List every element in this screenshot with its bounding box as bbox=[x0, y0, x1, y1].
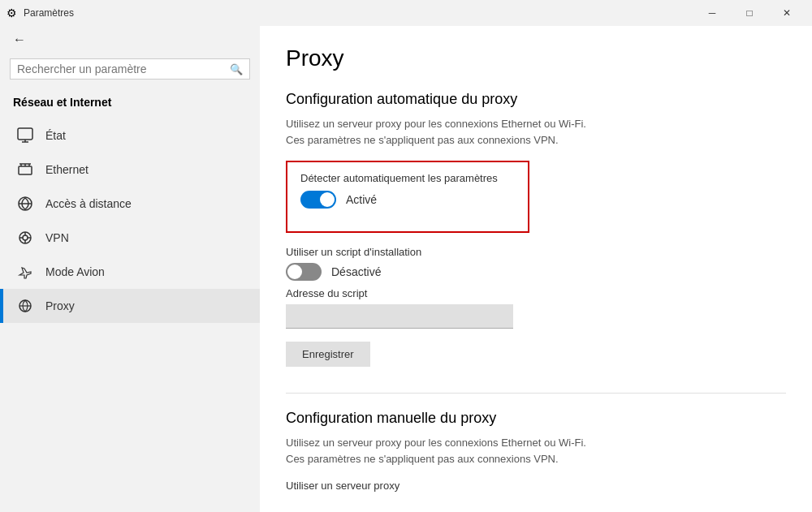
script-address-group: Adresse du script bbox=[286, 287, 786, 329]
title-bar: ⚙ Paramètres ─ □ ✕ bbox=[0, 0, 812, 26]
title-bar-title: Paramètres bbox=[24, 7, 74, 19]
proxy-icon bbox=[16, 297, 34, 315]
auto-detect-box: Détecter automatiquement les paramètres … bbox=[286, 161, 529, 233]
section-divider bbox=[286, 393, 786, 394]
settings-icon: ⚙ bbox=[6, 6, 17, 19]
mode-avion-label: Mode Avion bbox=[45, 265, 105, 278]
acces-label: Accès à distance bbox=[45, 197, 132, 210]
title-bar-controls: ─ □ ✕ bbox=[693, 0, 806, 26]
sidebar: ← 🔍 Réseau et Internet État bbox=[0, 26, 260, 512]
auto-detect-toggle-row: Activé bbox=[300, 191, 515, 209]
section2-title: Configuration manuelle du proxy bbox=[286, 410, 786, 427]
auto-detect-toggle-track bbox=[300, 191, 336, 209]
script-toggle-thumb bbox=[287, 265, 302, 279]
sidebar-section-title: Réseau et Internet bbox=[0, 89, 260, 118]
manual-proxy-label: Utiliser un serveur proxy bbox=[286, 480, 786, 492]
proxy-label: Proxy bbox=[45, 299, 75, 312]
script-toggle[interactable] bbox=[286, 263, 322, 281]
content-area: Proxy Configuration automatique du proxy… bbox=[260, 26, 812, 512]
vpn-label: VPN bbox=[45, 231, 69, 244]
sidebar-item-vpn[interactable]: VPN bbox=[0, 221, 260, 255]
ethernet-label: Ethernet bbox=[45, 163, 89, 176]
sidebar-item-ethernet[interactable]: Ethernet bbox=[0, 153, 260, 187]
app-body: ← 🔍 Réseau et Internet État bbox=[0, 26, 812, 512]
auto-detect-toggle-label: Activé bbox=[346, 193, 377, 206]
svg-rect-0 bbox=[18, 128, 32, 140]
search-icon: 🔍 bbox=[230, 63, 243, 75]
close-button[interactable]: ✕ bbox=[768, 0, 806, 26]
script-toggle-track bbox=[286, 263, 322, 281]
script-label: Utiliser un script d'installation bbox=[286, 246, 421, 258]
etat-icon bbox=[16, 127, 34, 144]
svg-point-11 bbox=[23, 235, 28, 240]
script-toggle-row: Utiliser un script d'installation Désact… bbox=[286, 246, 786, 281]
section1-title: Configuration automatique du proxy bbox=[286, 91, 786, 108]
section2-desc: Utilisez un serveur proxy pour les conne… bbox=[286, 435, 786, 467]
page-title: Proxy bbox=[286, 45, 786, 71]
minimize-button[interactable]: ─ bbox=[693, 0, 731, 26]
sidebar-item-mode-avion[interactable]: Mode Avion bbox=[0, 255, 260, 289]
save-button[interactable]: Enregistrer bbox=[286, 342, 370, 367]
script-address-input[interactable] bbox=[286, 304, 513, 329]
search-input[interactable] bbox=[17, 62, 223, 75]
back-arrow-icon: ← bbox=[13, 32, 26, 47]
svg-rect-3 bbox=[19, 166, 32, 174]
sidebar-item-etat[interactable]: État bbox=[0, 118, 260, 153]
back-button[interactable]: ← bbox=[0, 26, 260, 54]
etat-label: État bbox=[45, 129, 66, 142]
auto-detect-toggle[interactable] bbox=[300, 191, 336, 209]
ethernet-icon bbox=[16, 161, 34, 179]
search-box[interactable]: 🔍 bbox=[10, 58, 250, 80]
auto-detect-label: Détecter automatiquement les paramètres bbox=[300, 172, 515, 184]
section1-desc: Utilisez un serveur proxy pour les conne… bbox=[286, 116, 786, 148]
acces-icon bbox=[16, 195, 34, 213]
vpn-icon bbox=[16, 229, 34, 247]
sidebar-item-acces[interactable]: Accès à distance bbox=[0, 187, 260, 221]
script-toggle-label: Désactivé bbox=[331, 265, 381, 278]
title-bar-left: ⚙ Paramètres bbox=[6, 6, 74, 19]
maximize-button[interactable]: □ bbox=[731, 0, 768, 26]
script-address-label: Adresse du script bbox=[286, 287, 786, 299]
auto-detect-toggle-thumb bbox=[320, 192, 335, 207]
mode-avion-icon bbox=[16, 263, 34, 281]
sidebar-item-proxy[interactable]: Proxy bbox=[0, 289, 260, 323]
